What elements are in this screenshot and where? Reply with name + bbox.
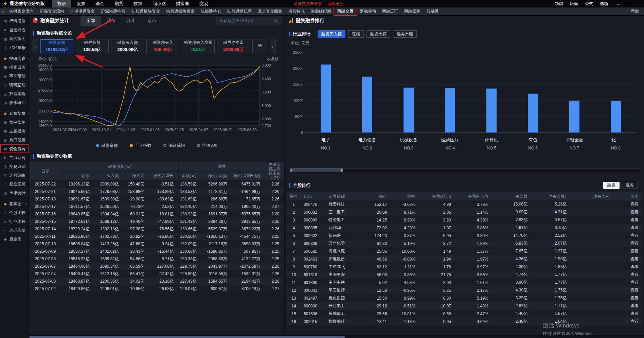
sidebar-item-main-force[interactable]: ►主力动向 [0,153,29,162]
tab-11[interactable]: 两融全景 [334,7,357,15]
overview-card-1[interactable]: 融券余额136.59亿 [76,39,109,53]
menu-item-2[interactable]: 基金 [90,0,109,7]
stock-row[interactable]: 7600585海螺水泥25.0510.00%1.491.37%7.85亿1.97… [287,247,643,255]
industry-bar-2[interactable] [404,88,414,132]
tab-1[interactable]: 沪深资金流向 [37,7,67,15]
history-row[interactable]: 2025-07-0318463.87亿1200.35亿34.01亿23.16亿1… [30,278,284,285]
tab-4[interactable]: 陆股通板块资金 [128,7,163,15]
view-history-link[interactable]: 查看 [614,263,643,271]
stock-row[interactable]: 13002497雅化集团15.509.99%0.805.19%3.29亿1.75… [287,294,643,302]
search-input[interactable] [219,18,274,23]
industry-bar-3[interactable] [445,88,455,132]
view-history-link[interactable]: 查看 [614,310,643,318]
slider-thumb[interactable] [290,168,343,172]
view-history-link[interactable]: 查看 [614,216,643,224]
legend-item-2[interactable]: 深证成指 [163,143,185,148]
history-row[interactable]: 2025-07-0718464.06亿1095.34亿63.59亿127.00亿… [30,263,284,270]
scrollbar-thumb[interactable] [29,336,345,338]
menu-item-1[interactable]: 股票 [71,0,90,7]
history-row[interactable]: 2025-07-1718911.57亿1526.50亿70.73亿2.52亿13… [30,203,284,210]
help-button[interactable]: 帮助 [626,8,644,14]
tab-6[interactable]: 陆股通持仓 [198,7,224,15]
view-history-link[interactable]: 查看 [614,200,643,208]
stock-row[interactable]: 4300395菲利华72.024.23%1.072.86%4.91亿3.15亿查… [287,224,643,232]
market-tab-3[interactable]: 京市 [142,15,162,26]
tab-13[interactable]: 两融ETF [379,7,401,15]
tab-0[interactable]: 实时资金流向 [6,7,37,15]
history-row[interactable]: 2025-07-1418723.24亿1392.18亿97.38亿76.56亿1… [30,225,284,233]
view-history-link[interactable]: 查看 [614,224,643,232]
tab-10[interactable]: 港股经纪商 [308,7,334,15]
industry-bar-4[interactable] [486,89,497,132]
history-row[interactable]: 2025-07-1018605.04亿1413.26亿47.68亿9.24亿13… [30,240,284,248]
right-menu-item-0[interactable]: 功能 [552,0,567,7]
sidebar-item-broadcast[interactable]: ◷7*24播报 [0,43,29,52]
tab-14[interactable]: 两融回测 [401,7,424,15]
history-row[interactable]: 2025-07-0218429.86亿1206.01亿10.85亿-26.68亿… [30,285,284,292]
sidebar-item-quotes[interactable]: ▤行情报价 [0,17,29,25]
search-box[interactable] [216,17,281,24]
menu-item-6[interactable]: 财富圈 [171,0,194,7]
overview-card-3[interactable]: 融资净买入150.48亿 [146,39,179,53]
cards-prev-button[interactable]: ‹ [32,39,38,53]
market-tab-1[interactable]: 沪市 [101,15,121,26]
stock-row[interactable]: 8002463沪电股份49.66-0.08%1.941.97%4.36亿1.90… [287,255,643,263]
sidebar-item-theme-board[interactable]: ▣主题板块 [0,127,29,136]
view-history-link[interactable]: 查看 [614,232,643,239]
overview-card-4[interactable]: 融资净买入增长-3.51亿 [182,39,215,53]
stock-row[interactable]: 3600089特变电工14.259.98%3.204.39%7.93亿3.57亿… [287,216,643,224]
view-history-link[interactable]: 查看 [614,318,643,325]
back-icon[interactable]: ← [613,0,624,7]
sidebar-item-global-macro[interactable]: ◐环球宏观 [0,226,29,235]
history-row[interactable]: 2025-07-0418400.47亿1312.16亿-63.41亿-97.42… [30,270,284,278]
sidebar-item-qijinbao[interactable]: ◆启金宝 [0,235,29,244]
sidebar-item-my-layout[interactable]: ▦我的版面 [0,34,29,43]
tab-7[interactable]: 陆股通经纪商 [224,7,255,15]
view-history-link[interactable]: 查看 [614,286,643,294]
sidebar-item-stock-compare[interactable]: ↕个股比较 [0,208,29,217]
history-row[interactable]: 2025-07-2119045.66亿1776.68亿153.98亿173.89… [30,188,284,195]
maximize-icon[interactable]: □ [634,0,644,7]
stock-row[interactable]: 6600309万华化学61.835.19%3.721.89%6.83亿2.07亿… [287,239,643,247]
menu-item-7[interactable]: 交易 [194,0,213,7]
industry-filter-1[interactable]: 涨幅 [348,30,364,38]
industry-filter-3[interactable]: 融券余额 [393,30,417,38]
slider-handle-left[interactable] [291,169,292,172]
sidebar-item-stock-strategy[interactable]: ▽选股策略 [0,171,29,180]
minimize-icon[interactable]: ─ [624,0,634,7]
industry-bar-5[interactable] [528,94,538,132]
sidebar-item-watchlist[interactable]: ★自选持仓 [0,25,29,34]
sidebar-item-research-section[interactable]: ◆投研内参∨ [0,54,29,63]
stock-row[interactable]: 12000001平安银行12.53-0.95%5.252.17%4.30亿1.7… [287,286,643,294]
overview-card-2[interactable]: 融资买入额2009.09亿 [111,39,144,53]
tab-8[interactable]: 北上资金回测 [255,7,285,15]
stock-row[interactable]: 9600760中航沈飞63.121.11%1.760.97%4.39亿1.88亿… [287,263,643,271]
stock-row[interactable]: 2600031三一重工20.098.71%2.051.14%9.09亿4.31亿… [287,208,643,216]
view-history-link[interactable]: 查看 [614,239,643,247]
industry-filter-0[interactable]: 融资买入额 [318,30,345,38]
view-history-link[interactable]: 查看 [614,208,643,216]
legend-item-1[interactable]: 上证指数 [130,143,151,148]
history-row[interactable]: 2025-07-1618840.85亿1394.24亿68.21亿18.81亿1… [30,210,284,218]
right-menu-item-2[interactable]: 公式 [582,0,596,7]
sidebar-item-review-section[interactable]: ◆看盘复盘∨ [0,109,29,118]
view-history-link[interactable]: 查看 [614,247,643,255]
sidebar-item-trade-tracking[interactable]: ◎交易追踪 [0,162,29,171]
stock-row[interactable]: 15601606长城军工29.6610.01%0.582.47%4.40亿1.6… [287,310,643,318]
chart-range-slider[interactable] [290,168,639,172]
industry-bar-6[interactable] [569,101,579,132]
stock-row[interactable]: 10601318中国平安58.00-0.86%21.753.56%4.74亿1.… [287,271,643,279]
sidebar-item-event[interactable]: ◈事件驱动 [0,72,29,81]
industry-bar-0[interactable] [321,65,331,132]
view-history-link[interactable]: 查看 [614,279,643,286]
market-tab-2[interactable]: 深市 [121,15,142,26]
menu-item-4[interactable]: 数据 [128,0,147,7]
sidebar-item-survey[interactable]: ◇调研互动 [0,81,29,89]
menu-item-5[interactable]: 问小达 [147,0,171,7]
stock-row[interactable]: 11601390中国中铁5.924.58%2.031.61%3.90亿1.77亿… [287,279,643,286]
horizontal-scrollbar[interactable] [29,336,644,338]
view-history-link[interactable]: 查看 [614,255,643,263]
sidebar-item-calendar[interactable]: ▦投资日历 [0,63,29,72]
view-history-link[interactable]: 查看 [614,271,643,279]
stock-type-0[interactable]: 融资 [603,182,620,189]
